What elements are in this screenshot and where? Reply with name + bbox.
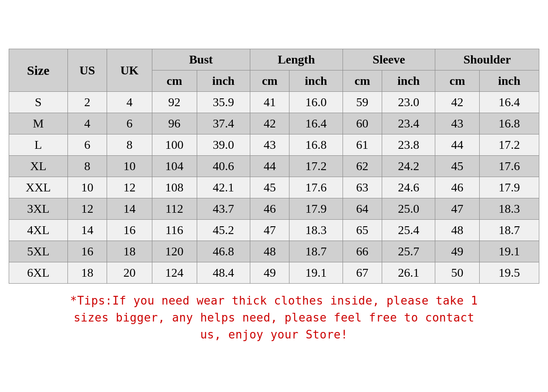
table-row: XXL101210842.14517.66324.64617.9 <box>9 177 539 198</box>
table-cell: 25.7 <box>382 241 435 262</box>
table-cell: 24.2 <box>382 156 435 177</box>
table-cell: 18.3 <box>289 220 343 241</box>
col-uk: UK <box>107 49 152 92</box>
table-cell: 48 <box>250 241 289 262</box>
table-cell: 23.8 <box>382 134 435 156</box>
table-cell: S <box>9 92 68 113</box>
table-cell: 108 <box>152 177 197 198</box>
table-cell: 20 <box>107 262 152 284</box>
table-cell: 48 <box>435 220 480 241</box>
col-size: Size <box>9 49 68 92</box>
table-cell: 6XL <box>9 262 68 284</box>
table-cell: 45.2 <box>197 220 250 241</box>
sleeve-cm: cm <box>343 70 382 92</box>
sleeve-inch: inch <box>382 70 435 92</box>
table-cell: 14 <box>107 198 152 220</box>
table-row: XL81010440.64417.26224.24517.6 <box>9 156 539 177</box>
table-cell: 45 <box>435 156 480 177</box>
table-cell: 47 <box>250 220 289 241</box>
tips-line1: *Tips:If you need wear thick clothes ins… <box>9 292 539 309</box>
table-cell: 59 <box>343 92 382 113</box>
table-cell: XXL <box>9 177 68 198</box>
table-cell: 8 <box>67 156 107 177</box>
table-cell: 39.0 <box>197 134 250 156</box>
table-cell: 104 <box>152 156 197 177</box>
table-cell: 48.4 <box>197 262 250 284</box>
table-cell: 23.0 <box>382 92 435 113</box>
col-bust: Bust <box>152 49 250 70</box>
table-cell: 8 <box>107 134 152 156</box>
col-sleeve: Sleeve <box>343 49 435 70</box>
table-cell: 14 <box>67 220 107 241</box>
size-chart-container: Size US UK Bust Length Sleeve Shoulder c… <box>9 49 539 343</box>
table-cell: 42 <box>435 92 480 113</box>
table-row: S249235.94116.05923.04216.4 <box>9 92 539 113</box>
col-shoulder: Shoulder <box>435 49 539 70</box>
col-us: US <box>67 49 107 92</box>
table-cell: 12 <box>107 177 152 198</box>
table-cell: 3XL <box>9 198 68 220</box>
table-cell: 12 <box>67 198 107 220</box>
col-length: Length <box>250 49 343 70</box>
table-cell: 19.1 <box>289 262 343 284</box>
table-row: 5XL161812046.84818.76625.74919.1 <box>9 241 539 262</box>
table-cell: 18.7 <box>289 241 343 262</box>
table-cell: 50 <box>435 262 480 284</box>
table-cell: 43 <box>435 113 480 134</box>
table-row: M469637.44216.46023.44316.8 <box>9 113 539 134</box>
table-cell: 116 <box>152 220 197 241</box>
table-cell: 19.1 <box>479 241 539 262</box>
table-cell: 92 <box>152 92 197 113</box>
table-cell: 17.2 <box>479 134 539 156</box>
tips-line2: sizes bigger, any helps need, please fee… <box>9 309 539 326</box>
table-cell: 47 <box>435 198 480 220</box>
table-cell: 61 <box>343 134 382 156</box>
table-cell: 66 <box>343 241 382 262</box>
table-cell: 18.3 <box>479 198 539 220</box>
length-cm: cm <box>250 70 289 92</box>
table-cell: 18.7 <box>479 220 539 241</box>
table-cell: 16.4 <box>479 92 539 113</box>
table-cell: 17.9 <box>479 177 539 198</box>
bust-inch: inch <box>197 70 250 92</box>
table-cell: 26.1 <box>382 262 435 284</box>
table-cell: 17.6 <box>479 156 539 177</box>
table-cell: 35.9 <box>197 92 250 113</box>
table-cell: 25.0 <box>382 198 435 220</box>
table-cell: 44 <box>250 156 289 177</box>
table-cell: 60 <box>343 113 382 134</box>
bust-cm: cm <box>152 70 197 92</box>
table-cell: 25.4 <box>382 220 435 241</box>
table-cell: 120 <box>152 241 197 262</box>
table-cell: 46.8 <box>197 241 250 262</box>
table-cell: 96 <box>152 113 197 134</box>
table-cell: 10 <box>107 156 152 177</box>
table-cell: 42.1 <box>197 177 250 198</box>
table-cell: 43 <box>250 134 289 156</box>
table-cell: 16.8 <box>289 134 343 156</box>
table-cell: 2 <box>67 92 107 113</box>
table-cell: 4 <box>67 113 107 134</box>
table-cell: 64 <box>343 198 382 220</box>
table-cell: 41 <box>250 92 289 113</box>
table-cell: 6 <box>107 113 152 134</box>
table-cell: 17.6 <box>289 177 343 198</box>
table-cell: 17.9 <box>289 198 343 220</box>
shoulder-cm: cm <box>435 70 480 92</box>
table-cell: 10 <box>67 177 107 198</box>
table-cell: 37.4 <box>197 113 250 134</box>
table-row: 3XL121411243.74617.96425.04718.3 <box>9 198 539 220</box>
table-cell: 112 <box>152 198 197 220</box>
table-cell: 6 <box>67 134 107 156</box>
table-cell: XL <box>9 156 68 177</box>
table-cell: 23.4 <box>382 113 435 134</box>
table-cell: 42 <box>250 113 289 134</box>
table-cell: 124 <box>152 262 197 284</box>
table-cell: 100 <box>152 134 197 156</box>
table-cell: 18 <box>67 262 107 284</box>
table-cell: 16.8 <box>479 113 539 134</box>
tips-line3: us, enjoy your Store! <box>9 326 539 343</box>
table-cell: 5XL <box>9 241 68 262</box>
table-cell: 16.0 <box>289 92 343 113</box>
shoulder-inch: inch <box>479 70 539 92</box>
